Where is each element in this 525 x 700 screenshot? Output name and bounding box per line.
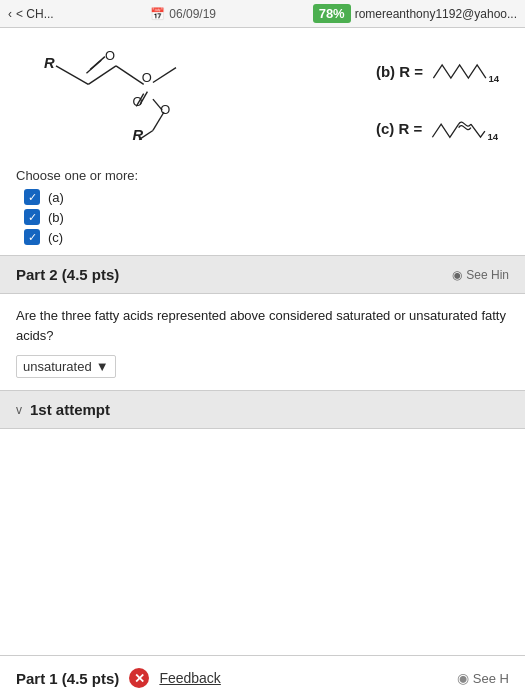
error-icon: ✕	[129, 668, 149, 688]
checkbox-group: ✓ (a) ✓ (b) ✓ (c)	[24, 189, 509, 245]
dropdown-value: unsaturated	[23, 359, 92, 374]
molecule-right: (b) R = 14 (c) R =	[376, 49, 509, 151]
dropdown-arrow: ▼	[96, 359, 109, 374]
hint-icon-bottom: ◉	[457, 670, 469, 686]
checkbox-c-icon[interactable]: ✓	[24, 229, 40, 245]
back-label[interactable]: < CH...	[16, 7, 54, 21]
molecule-b-text: (b) R =	[376, 63, 423, 80]
checkbox-b[interactable]: ✓ (b)	[24, 209, 509, 225]
see-hint-bottom[interactable]: ◉ See H	[457, 670, 509, 686]
see-hint-button[interactable]: ◉ See Hin	[452, 268, 509, 282]
svg-line-3	[86, 60, 101, 73]
attempt-title: 1st attempt	[30, 401, 110, 418]
back-arrow[interactable]: ‹	[8, 7, 12, 21]
answer-dropdown[interactable]: unsaturated ▼	[16, 355, 116, 378]
checkbox-b-icon[interactable]: ✓	[24, 209, 40, 225]
svg-text:14: 14	[489, 73, 500, 84]
chevron-icon[interactable]: v	[16, 403, 22, 417]
see-hint-bottom-label[interactable]: See H	[473, 671, 509, 686]
bottom-bar: Part 1 (4.5 pts) ✕ Feedback ◉ See H	[0, 655, 525, 700]
molecule-b-svg: 14	[429, 49, 499, 94]
part2-header: Part 2 (4.5 pts) ◉ See Hin	[0, 255, 525, 294]
username: romereanthony1192@yahoo...	[355, 7, 517, 21]
date-label: 06/09/19	[169, 7, 216, 21]
see-hint-label[interactable]: See Hin	[466, 268, 509, 282]
svg-text:O: O	[142, 70, 152, 85]
svg-line-4	[56, 66, 88, 84]
svg-line-6	[116, 66, 144, 84]
attempt-section: v 1st attempt	[0, 390, 525, 429]
back-nav[interactable]: ‹ < CH...	[8, 7, 54, 21]
part2-content: Are the three fatty acids represented ab…	[0, 294, 525, 390]
svg-text:R: R	[133, 127, 144, 143]
checkbox-b-label: (b)	[48, 210, 64, 225]
question-area: R O O O O	[0, 28, 525, 255]
svg-text:R: R	[44, 55, 55, 71]
part2-title: Part 2 (4.5 pts)	[16, 266, 119, 283]
hint-icon: ◉	[452, 268, 462, 282]
main-content: R O O O O	[0, 28, 525, 696]
top-bar: ‹ < CH... 📅 06/09/19 78% romereanthony11…	[0, 0, 525, 28]
molecule-c-text: (c) R =	[376, 120, 422, 137]
calendar-icon: 📅	[150, 7, 165, 21]
svg-line-8	[153, 68, 176, 83]
part1-bottom-title: Part 1 (4.5 pts)	[16, 670, 119, 687]
choose-prompt: Choose one or more:	[16, 168, 509, 183]
feedback-button[interactable]: Feedback	[159, 670, 220, 686]
molecule-c-label: (c) R = 14	[376, 106, 499, 151]
svg-line-15	[153, 112, 164, 130]
checkbox-c[interactable]: ✓ (c)	[24, 229, 509, 245]
progress-badge: 78%	[313, 4, 351, 23]
svg-text:14: 14	[488, 131, 499, 142]
checkbox-a-label: (a)	[48, 190, 64, 205]
checkbox-c-label: (c)	[48, 230, 63, 245]
part2-question: Are the three fatty acids represented ab…	[16, 306, 509, 345]
molecule-diagram-left: R O O O O	[16, 40, 216, 160]
molecule-b-label: (b) R = 14	[376, 49, 499, 94]
spacer	[0, 429, 525, 489]
user-area: 78% romereanthony1192@yahoo...	[313, 4, 517, 23]
svg-text:O: O	[105, 48, 115, 63]
date-area: 📅 06/09/19	[150, 7, 216, 21]
molecule-c-svg: 14	[428, 106, 498, 151]
bottom-left: Part 1 (4.5 pts) ✕ Feedback	[16, 668, 221, 688]
checkbox-a-icon[interactable]: ✓	[24, 189, 40, 205]
checkbox-a[interactable]: ✓ (a)	[24, 189, 509, 205]
molecule-row: R O O O O	[16, 40, 509, 160]
